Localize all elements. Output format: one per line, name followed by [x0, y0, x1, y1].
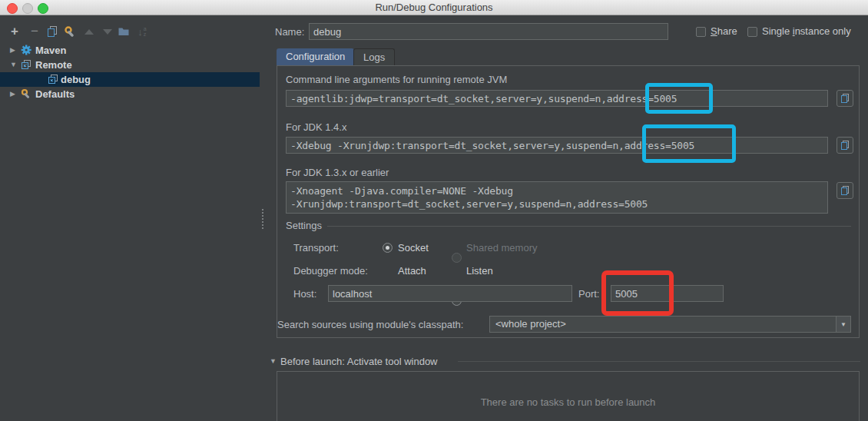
- name-label: Name:: [275, 26, 304, 38]
- sort-az-icon: ↓az: [137, 26, 146, 38]
- share-label[interactable]: Share: [711, 25, 737, 37]
- copy-configuration-button[interactable]: [45, 25, 59, 38]
- minimize-window-button[interactable]: [22, 3, 33, 14]
- plus-icon: +: [11, 25, 18, 38]
- tree-item-maven[interactable]: ▶ Maven: [0, 43, 260, 58]
- tab-configuration[interactable]: Configuration: [277, 48, 354, 65]
- tree-item-label: Defaults: [35, 87, 75, 101]
- move-down-button[interactable]: [101, 25, 114, 38]
- tree-item-label: Remote: [35, 58, 72, 72]
- collapse-arrow-icon[interactable]: ▼: [10, 58, 17, 72]
- cmdline-label: Command line arguments for running remot…: [286, 74, 507, 85]
- host-input[interactable]: [328, 285, 572, 302]
- wrench-icon: [64, 25, 76, 38]
- annotation-highlight-red: [601, 270, 674, 316]
- settings-group-label: Settings: [286, 220, 322, 231]
- cmdline-input[interactable]: [286, 90, 828, 107]
- annotation-highlight-cyan-1: [645, 83, 713, 114]
- tree-item-debug[interactable]: debug: [0, 72, 260, 87]
- minus-icon: −: [31, 25, 38, 38]
- zoom-window-button[interactable]: [38, 3, 48, 14]
- folder-icon: [118, 25, 130, 38]
- expand-arrow-icon[interactable]: ▶: [10, 43, 15, 58]
- arrow-up-icon: [84, 29, 94, 35]
- chevron-down-icon[interactable]: ▼: [836, 317, 850, 332]
- single-instance-checkbox[interactable]: [747, 27, 757, 37]
- debugger-mode-label: Debugger mode:: [293, 265, 368, 277]
- radio-socket-label[interactable]: Socket: [398, 242, 429, 254]
- before-launch-label[interactable]: Before launch: Activate tool window: [280, 356, 438, 367]
- collapse-triangle-icon[interactable]: ▼: [270, 357, 277, 365]
- sidebar-splitter[interactable]: [262, 209, 267, 229]
- expand-arrow-icon[interactable]: ▶: [10, 87, 15, 101]
- single-instance-label[interactable]: Single instance only: [762, 25, 851, 37]
- create-folder-button[interactable]: [117, 25, 131, 38]
- share-checkbox[interactable]: [696, 27, 706, 37]
- add-configuration-button[interactable]: +: [8, 25, 22, 38]
- jdk13-line2: -Xrunjdwp:transport=dt_socket,server=y,s…: [290, 197, 823, 210]
- before-launch-tasks-panel: There are no tasks to run before launch: [277, 371, 860, 421]
- no-tasks-text: There are no tasks to run before launch: [277, 396, 859, 408]
- remote-config-icon: [48, 74, 58, 85]
- arrow-down-icon: [103, 29, 112, 35]
- jdk14-input[interactable]: [286, 137, 828, 154]
- copy-icon: [840, 140, 850, 151]
- move-up-button[interactable]: [82, 25, 96, 38]
- copy-cmdline-button[interactable]: [837, 90, 853, 107]
- radio-shared-memory-label: Shared memory: [466, 242, 537, 254]
- close-window-button[interactable]: [7, 3, 18, 14]
- remove-configuration-button[interactable]: −: [28, 25, 41, 38]
- name-input[interactable]: [309, 23, 668, 40]
- jdk13-line1: -Xnoagent -Djava.compiler=NONE -Xdebug: [290, 184, 823, 197]
- host-label: Host:: [293, 288, 316, 300]
- window-title: Run/Debug Configurations: [0, 0, 868, 15]
- copy-icon: [840, 185, 850, 197]
- defaults-wrench-icon: [21, 88, 31, 99]
- copy-jdk13-button[interactable]: [837, 182, 853, 199]
- before-launch-divider: [458, 361, 860, 362]
- tree-item-defaults[interactable]: ▶ Defaults: [0, 87, 260, 101]
- tree-item-label: Maven: [35, 43, 66, 58]
- tree-item-label: debug: [61, 72, 91, 87]
- copy-icon: [840, 93, 850, 104]
- transport-label: Transport:: [293, 242, 339, 254]
- search-sources-value: <whole project>: [495, 317, 566, 332]
- port-label: Port:: [578, 288, 599, 300]
- search-sources-label: Search sources using module's classpath:: [277, 319, 463, 330]
- tab-logs[interactable]: Logs: [353, 48, 395, 65]
- remote-config-icon: [21, 59, 31, 70]
- tree-item-remote[interactable]: ▼ Remote: [0, 58, 260, 72]
- copy-icon: [46, 25, 58, 38]
- annotation-highlight-cyan-2: [642, 124, 736, 163]
- radio-shared-memory[interactable]: [452, 253, 462, 263]
- radio-listen-label[interactable]: Listen: [466, 265, 493, 277]
- radio-socket[interactable]: [383, 243, 393, 253]
- jdk13-label: For JDK 1.3.x or earlier: [286, 167, 389, 178]
- radio-attach-label[interactable]: Attach: [398, 265, 426, 277]
- settings-divider: [327, 226, 851, 227]
- edit-defaults-button[interactable]: [63, 25, 77, 38]
- sort-configurations-button[interactable]: ↓az: [135, 25, 149, 38]
- window-titlebar: Run/Debug Configurations: [0, 0, 868, 15]
- search-sources-select[interactable]: <whole project> ▼: [489, 316, 851, 333]
- jdk14-label: For JDK 1.4.x: [286, 121, 346, 133]
- copy-jdk14-button[interactable]: [837, 137, 853, 154]
- jdk13-input[interactable]: -Xnoagent -Djava.compiler=NONE -Xdebug -…: [286, 181, 828, 214]
- run-debug-configurations-dialog: Run/Debug Configurations + − ↓az ▶: [0, 0, 868, 421]
- maven-gear-icon: [21, 45, 31, 55]
